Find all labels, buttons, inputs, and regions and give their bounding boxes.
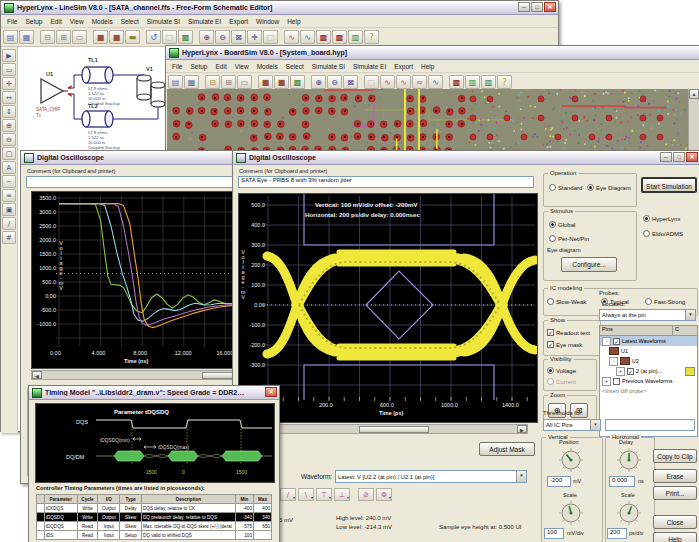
radio-per-net-pin[interactable]: Per-Net/Pin [549,235,589,242]
timing-table-row[interactable]: tDSReadInputSetupDQ valid to shifted DQS… [37,531,272,540]
timing-table-header[interactable]: Max [253,495,271,504]
pan-icon[interactable]: ▢ [364,75,379,89]
board-view-icon[interactable]: ▩ [178,30,193,44]
radio-standard[interactable]: Standard [549,184,582,191]
board-red-icon[interactable]: ▩ [316,30,331,44]
check-eye-mask[interactable]: ✓Eye mask [547,341,582,348]
probe-checkbox[interactable] [613,378,620,385]
probe-checkbox[interactable]: ✓ [613,338,620,345]
timing-table-header[interactable]: I/O [98,495,120,504]
center-icon[interactable]: ✛ [247,30,262,44]
horizontal-scale-value[interactable]: 200 [607,528,627,539]
start-simulation-button[interactable]: Start Simulation [641,177,697,193]
timing-parameters-table[interactable]: ParameterCycleI/OTypeDescriptionMinMaxtC… [36,494,272,540]
board-red-icon[interactable]: ▩ [449,75,464,89]
close-icon[interactable]: ✕ [686,152,698,162]
expand-icon[interactable]: + [616,367,625,376]
pins-tree-item[interactable]: -✓Latest Waveforms [600,336,697,346]
linesim-menu-export[interactable]: Export [225,18,252,25]
open-schematic-icon[interactable]: ▦ [19,30,34,44]
scope-icon[interactable]: ∿ [428,75,443,89]
linesim-menu-models[interactable]: Models [88,18,117,25]
radio-eldo-adms[interactable]: Eldo/ADMS [643,230,683,237]
pan-icon[interactable]: ▢ [263,30,278,44]
check-readout-text[interactable]: ✓Readout text [547,329,590,336]
measure-eye-height-icon[interactable]: Φ▾ [376,488,392,501]
eye-scope-icon[interactable]: ∿ [300,30,315,44]
boardsim-menu-edit[interactable]: Edit [211,63,230,70]
linesim-menu-help[interactable]: Help [283,18,304,25]
linesim-titlebar[interactable]: HyperLynx - LineSim V8.0 - [SATA_channel… [1,1,558,15]
export-icon[interactable]: ▭ [237,75,252,89]
help-button[interactable]: Help [653,532,697,542]
vertical-position-knob[interactable] [559,447,583,477]
vertical-scale-value[interactable]: 100 [544,528,564,539]
signal-probe-icon[interactable]: ∿ [380,75,395,89]
close-icon[interactable]: ✕ [265,387,277,397]
new-schematic-icon[interactable]: ▤ [3,30,18,44]
boardsim-menu-simulate-ei[interactable]: Simulate EI [349,63,390,70]
zoom-in-tool-icon[interactable]: ⊕ [2,119,16,132]
timing-table-header[interactable]: Type [120,495,142,504]
zoom-area-icon[interactable]: ⊠ [343,75,358,89]
timing-table-header[interactable]: Parameter [44,495,77,504]
copy-to-clip-button[interactable]: Copy to Clip [653,449,697,463]
boardsim-menu-view[interactable]: View [231,63,253,70]
tl1-symbol[interactable] [82,67,113,83]
trace-color-swatch[interactable] [685,367,695,376]
grid-tool-icon[interactable]: # [2,231,16,244]
help-icon[interactable]: ? [364,30,379,44]
coupling-icon[interactable]: ≈ [412,75,427,89]
chip-model-icon[interactable]: ■ [258,75,273,89]
radio-eye-diagram[interactable]: Eye Diagram [587,184,631,191]
maximize-icon[interactable]: □ [673,152,685,162]
horizontal-delay-value[interactable]: 0.000 [609,476,635,487]
timing-table-row[interactable]: tDQDQSReadInputSkewMax. tolerable DQ-to-… [37,522,272,531]
boardsim-titlebar[interactable]: HyperLynx - BoardSim V8.0 - [System_boar… [166,46,699,60]
located-select[interactable]: Always at the pin▼ [599,309,696,321]
eye-scope-titlebar[interactable]: Digital Oscilloscope ─ □ ✕ [233,151,699,165]
measure-high-level-icon[interactable]: ⊤▾ [316,488,332,501]
rect-tool-icon[interactable]: ▢ [2,147,16,160]
radio-global[interactable]: Global [549,221,575,228]
open-board-icon[interactable]: ▦ [184,75,199,89]
text-tool-icon[interactable]: A [2,161,16,174]
draw-tool-icon[interactable]: / [2,217,16,230]
package-model-icon[interactable]: ■ [274,75,289,89]
redo-icon[interactable]: ▢ [162,30,177,44]
save-icon[interactable]: ⊞ [56,30,71,44]
save-icon[interactable]: ⊞ [221,75,236,89]
open-file-icon[interactable]: ⊟ [205,75,220,89]
measure-fall-time-icon[interactable]: \▾ [298,488,314,501]
thresholds-select[interactable]: All IC Pins▼ [543,419,601,431]
part-tool-icon[interactable]: ▭ [2,63,16,76]
spectrum-icon[interactable]: ▥ [348,30,363,44]
radio-slow-weak[interactable]: Slow-Weak [547,298,586,305]
maximize-icon[interactable]: □ [531,2,543,12]
close-icon[interactable]: ✕ [544,2,556,12]
minimize-icon[interactable]: ─ [660,152,672,162]
board-dark-icon[interactable]: ▩ [332,30,347,44]
select-tool-icon[interactable]: ▶ [2,49,16,62]
boardsim-menu-select[interactable]: Select [282,63,308,70]
net-probe-icon[interactable]: ∿ [396,75,411,89]
board-view-icon[interactable]: ▩ [290,75,305,89]
horizontal-scale-knob[interactable] [617,500,641,530]
zoom-in-icon[interactable]: ⊕ [311,75,326,89]
boardsim-menu-export[interactable]: Export [390,63,417,70]
print-button[interactable]: Print... [653,486,697,500]
open-file-icon[interactable]: ⊟ [40,30,55,44]
linesim-menu-edit[interactable]: Edit [46,18,65,25]
spectrum-icon[interactable]: ▥ [481,75,496,89]
ic-tool-icon[interactable]: ▣ [2,203,16,216]
linesim-menu-select[interactable]: Select [117,18,143,25]
oscilloscope-icon[interactable]: ∿ [284,30,299,44]
radio-fast-strong[interactable]: Fast-Strong [645,298,685,305]
pins-tree-item[interactable]: U1 [600,346,697,356]
wire-tool-icon[interactable]: ✛ [2,77,16,90]
h-flip-tool-icon[interactable]: ↔ [2,91,16,104]
v-flip-tool-icon[interactable]: ↕ [2,105,16,118]
undo-icon[interactable]: ↺ [146,30,161,44]
pins-tree-item[interactable]: -U2 [600,356,697,366]
linesim-menu-setup[interactable]: Setup [21,18,46,25]
